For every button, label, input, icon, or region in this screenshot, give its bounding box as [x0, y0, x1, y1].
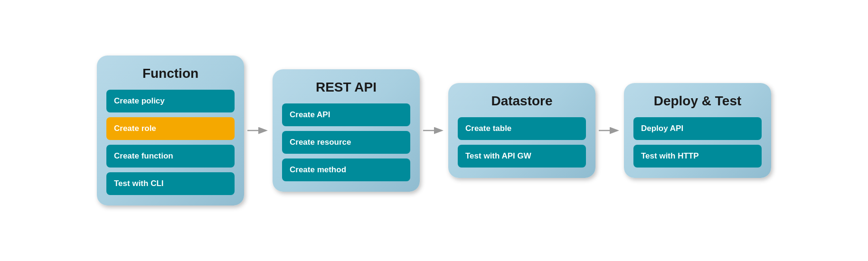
btn-create-method[interactable]: Create method	[282, 158, 410, 181]
arrow-1-icon	[246, 121, 270, 140]
panel-rest-api-title: REST API	[316, 80, 377, 95]
arrow-3-icon	[598, 121, 622, 140]
btn-create-table[interactable]: Create table	[458, 117, 586, 140]
arrow-1	[244, 121, 273, 140]
panel-deploy-test-items: Deploy API Test with HTTP	[633, 117, 762, 168]
panel-function-items: Create policy Create role Create functio…	[106, 90, 235, 195]
btn-create-api[interactable]: Create API	[282, 103, 410, 126]
panel-rest-api-items: Create API Create resource Create method	[282, 103, 410, 181]
btn-create-role[interactable]: Create role	[106, 117, 235, 140]
panel-datastore-items: Create table Test with API GW	[458, 117, 586, 168]
btn-test-api-gw[interactable]: Test with API GW	[458, 145, 586, 168]
arrow-2-icon	[422, 121, 446, 140]
btn-create-function[interactable]: Create function	[106, 145, 235, 168]
panel-function-title: Function	[142, 66, 198, 81]
arrow-2	[420, 121, 448, 140]
panel-rest-api: REST API Create API Create resource Crea…	[273, 69, 420, 192]
btn-create-resource[interactable]: Create resource	[282, 131, 410, 154]
panel-datastore-title: Datastore	[491, 93, 552, 109]
arrow-3	[595, 121, 624, 140]
panel-function: Function Create policy Create role Creat…	[97, 56, 244, 205]
panel-deploy-test: Deploy & Test Deploy API Test with HTTP	[624, 83, 771, 178]
btn-create-policy[interactable]: Create policy	[106, 90, 235, 112]
panel-datastore: Datastore Create table Test with API GW	[448, 83, 595, 178]
btn-test-with-http[interactable]: Test with HTTP	[633, 145, 762, 168]
btn-test-with-cli[interactable]: Test with CLI	[106, 172, 235, 195]
panel-deploy-test-title: Deploy & Test	[654, 93, 742, 109]
diagram: Function Create policy Create role Creat…	[78, 46, 790, 215]
btn-deploy-api[interactable]: Deploy API	[633, 117, 762, 140]
